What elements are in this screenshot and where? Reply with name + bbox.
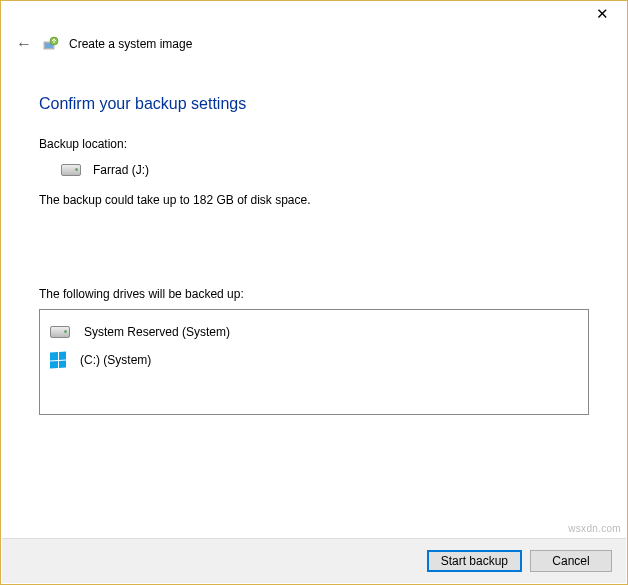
- back-arrow-icon[interactable]: ←: [15, 35, 33, 53]
- close-icon[interactable]: ✕: [588, 5, 617, 23]
- header-row: ← Create a system image: [1, 31, 627, 55]
- drives-list-label: The following drives will be backed up:: [39, 287, 589, 301]
- drive-row: (C:) (System): [50, 346, 578, 374]
- system-image-icon: [43, 36, 59, 52]
- page-heading: Confirm your backup settings: [39, 95, 589, 113]
- watermark: wsxdn.com: [568, 523, 621, 534]
- hdd-icon: [61, 164, 81, 176]
- cancel-button[interactable]: Cancel: [530, 550, 612, 572]
- backup-location-value: Farrad (J:): [93, 163, 149, 177]
- window-title: Create a system image: [69, 37, 192, 51]
- content-area: Confirm your backup settings Backup loca…: [1, 55, 627, 415]
- hdd-icon: [50, 326, 70, 338]
- backup-location-label: Backup location:: [39, 137, 589, 151]
- start-backup-button[interactable]: Start backup: [427, 550, 522, 572]
- backup-size-note: The backup could take up to 182 GB of di…: [39, 193, 589, 207]
- drives-list-box: System Reserved (System) (C:) (System): [39, 309, 589, 415]
- windows-icon: [50, 351, 66, 368]
- drive-label: (C:) (System): [80, 353, 151, 367]
- backup-location-row: Farrad (J:): [39, 163, 589, 177]
- drive-label: System Reserved (System): [84, 325, 230, 339]
- drive-row: System Reserved (System): [50, 318, 578, 346]
- footer-button-bar: Start backup Cancel: [2, 538, 626, 583]
- titlebar: ✕: [1, 1, 627, 31]
